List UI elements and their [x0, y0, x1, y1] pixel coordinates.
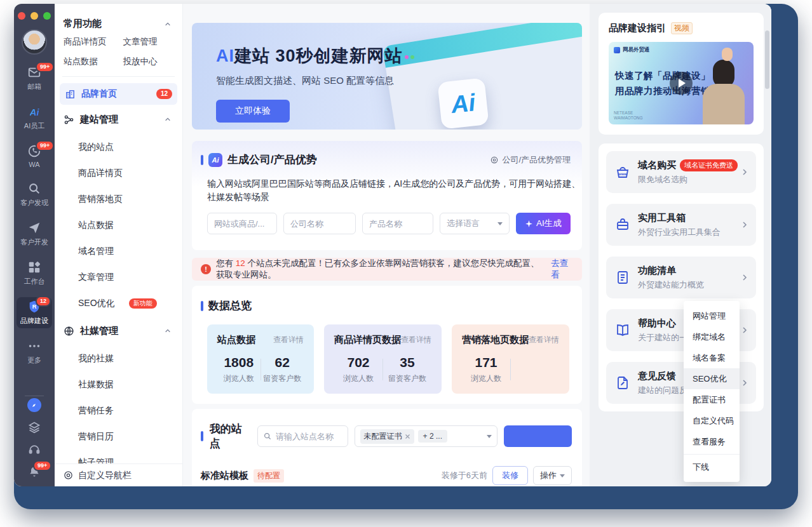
domain-purchase-card[interactable]: www 域名购买 域名证书免费送 限免域名选购 — [606, 151, 756, 193]
menu-item-bind-domain[interactable]: 绑定域名 — [684, 326, 740, 347]
nav-item-social-data[interactable]: 社媒数据 — [55, 371, 182, 397]
browser-compass-button[interactable] — [27, 397, 42, 413]
site-list-item: 标准站模板 待配置 装修于6天前 装修 操作 https://site.ntes… — [201, 466, 572, 486]
site-filter-select[interactable]: 未配置证书 + 2 ... — [355, 425, 497, 447]
rail-item-more[interactable]: 更多 — [17, 337, 52, 368]
presenter-illustration — [693, 60, 750, 124]
landing-page-stat-card: 营销落地页数据 查看详情 171浏览人数 — [452, 324, 569, 394]
green-dot — [410, 55, 414, 59]
more-dots-icon — [27, 339, 41, 353]
nav-group-social-media[interactable]: 社媒管理 — [55, 316, 182, 345]
minimize-window-button[interactable] — [30, 12, 38, 20]
rail-item-ai-staff[interactable]: Ai AI员工 — [17, 102, 52, 133]
site-search-input[interactable] — [276, 432, 339, 441]
nav-group-site-management[interactable]: 建站管理 — [55, 105, 182, 134]
advantage-manage-link[interactable]: 公司/产品优势管理 — [490, 154, 571, 166]
nav-item-my-sites[interactable]: 我的站点 — [55, 134, 182, 160]
feature-list-card[interactable]: 功能清单 外贸建站能力概览 — [606, 257, 756, 298]
filter-tag[interactable]: 未配置证书 — [360, 429, 414, 444]
rail-item-workbench[interactable]: 工作台 — [17, 258, 52, 289]
menu-item-take-offline[interactable]: 下线 — [684, 457, 740, 477]
rail-item-customer-discovery[interactable]: 客户发现 — [17, 179, 52, 210]
notifications-bell-button[interactable]: 99+ — [27, 464, 42, 479]
nav-item-domain-management[interactable]: 域名管理 — [55, 238, 182, 264]
headset-icon — [28, 443, 41, 456]
support-headset-button[interactable] — [27, 442, 42, 457]
share-nodes-icon — [64, 114, 74, 125]
nav-item-marketing-tasks[interactable]: 营销任务 — [55, 397, 182, 424]
left-rail: 99+ 邮箱 Ai AI员工 99+ WA 客户发现 客户开发 — [14, 4, 55, 486]
quick-link-product-detail[interactable]: 商品详情页 — [64, 36, 123, 48]
collapse-chevron-icon — [165, 116, 171, 123]
rail-divider — [25, 396, 44, 396]
view-details-link[interactable]: 查看详情 — [273, 335, 304, 345]
mail-badge: 99+ — [36, 62, 54, 72]
site-or-product-input[interactable] — [207, 213, 277, 234]
quick-link-article[interactable]: 文章管理 — [123, 36, 183, 48]
rail-item-mail[interactable]: 99+ 邮箱 — [17, 63, 52, 94]
pink-dot — [405, 55, 409, 59]
chevron-down-icon — [560, 474, 565, 477]
zoom-window-button[interactable] — [43, 12, 51, 20]
brand-home-badge: 12 — [156, 89, 172, 99]
ai-generation-section: Ai 生成公司/产品优势 公司/产品优势管理 输入网站或阿里巴巴国际站等商品及店… — [192, 141, 582, 250]
create-site-button[interactable] — [504, 425, 572, 447]
quick-link-ads-center[interactable]: 投放中心 — [123, 56, 183, 67]
overview-title: 数据总览 — [208, 298, 252, 313]
quick-link-site-data[interactable]: 站点数据 — [64, 56, 123, 67]
try-now-button[interactable]: 立即体验 — [216, 100, 290, 123]
rail-item-whatsapp[interactable]: 99+ WA — [17, 142, 52, 171]
ai-generate-button[interactable]: AI生成 — [516, 213, 571, 234]
product-name-input[interactable] — [362, 213, 433, 234]
nav-item-marketing-landing[interactable]: 营销落地页 — [55, 186, 182, 212]
menu-item-view-services[interactable]: 查看服务 — [684, 431, 740, 452]
chevron-right-icon — [741, 379, 748, 387]
rail-item-customer-development[interactable]: 客户开发 — [17, 218, 52, 250]
guide-video-thumbnail[interactable]: 网易外贸通 快速了解「品牌建设」 用品牌力推动出海营销 NETEASEWAIMA… — [609, 42, 754, 124]
company-name-input[interactable] — [283, 213, 356, 234]
chevron-right-icon — [741, 168, 748, 176]
scrollbar-thumb[interactable] — [765, 30, 769, 89]
remove-tag-icon[interactable] — [405, 434, 410, 439]
brand-building-badge: 12 — [36, 296, 51, 307]
nav-item-my-social[interactable]: 我的社媒 — [55, 345, 182, 371]
chevron-down-icon — [497, 222, 503, 225]
nav-item-seo[interactable]: SEO优化 新功能 — [55, 290, 182, 316]
nav-item-site-data[interactable]: 站点数据 — [55, 212, 182, 238]
common-functions-header[interactable]: 常用功能 — [55, 4, 182, 34]
unconfigured-sites-alert: ! 您有 12 个站点未完成配置！已有众多企业依靠网站营销获客，建议您尽快完成配… — [192, 258, 582, 281]
site-actions-button[interactable]: 操作 — [533, 466, 572, 485]
window-controls — [18, 12, 51, 20]
go-view-link[interactable]: 去查看 — [551, 258, 573, 281]
nav-item-brand-home[interactable]: 品牌首页 12 — [60, 83, 177, 105]
rail-item-brand-building[interactable]: R 12 品牌建设 — [17, 297, 52, 328]
view-details-link[interactable]: 查看详情 — [529, 335, 559, 345]
nav-item-product-detail-page[interactable]: 商品详情页 — [55, 160, 182, 186]
my-sites-section: 我的站点 未配置证书 + 2 ... 标准站模板 — [192, 409, 582, 486]
compass-icon — [27, 398, 41, 412]
close-window-button[interactable] — [18, 12, 25, 20]
menu-item-domain-filing[interactable]: 域名备案 — [684, 347, 740, 368]
language-select[interactable]: 选择语言 — [440, 213, 510, 234]
nav-divider — [62, 76, 175, 77]
view-details-link[interactable]: 查看详情 — [401, 335, 431, 345]
menu-item-seo[interactable]: SEO优化 — [684, 368, 740, 389]
ai-chip-icon: Ai — [208, 153, 222, 167]
nav-item-marketing-calendar[interactable]: 营销日历 — [55, 424, 182, 450]
guide-title: 品牌建设指引 — [609, 22, 666, 34]
site-search-box[interactable] — [257, 425, 348, 447]
collapse-chevron-icon — [165, 328, 171, 334]
site-status-badge: 待配置 — [254, 469, 284, 483]
menu-item-configure-certificate[interactable]: 配置证书 — [684, 389, 740, 410]
nav-item-article-management[interactable]: 文章管理 — [55, 264, 182, 290]
data-overview-section: 数据总览 站点数据 查看详情 1808浏览人数 62留资客户数 — [192, 286, 582, 404]
toolbox-card[interactable]: 实用工具箱 外贸行业实用工具集合 — [606, 204, 756, 246]
renovate-button[interactable]: 装修 — [492, 466, 528, 485]
customize-nav-bar[interactable]: 自定义导航栏 — [55, 464, 182, 486]
menu-item-website-management[interactable]: 网站管理 — [684, 305, 740, 326]
layers-icon — [28, 421, 41, 434]
menu-item-custom-code[interactable]: 自定义代码 — [684, 410, 740, 431]
play-button[interactable] — [670, 72, 693, 95]
user-avatar[interactable] — [22, 29, 47, 55]
layers-button[interactable] — [27, 420, 42, 435]
